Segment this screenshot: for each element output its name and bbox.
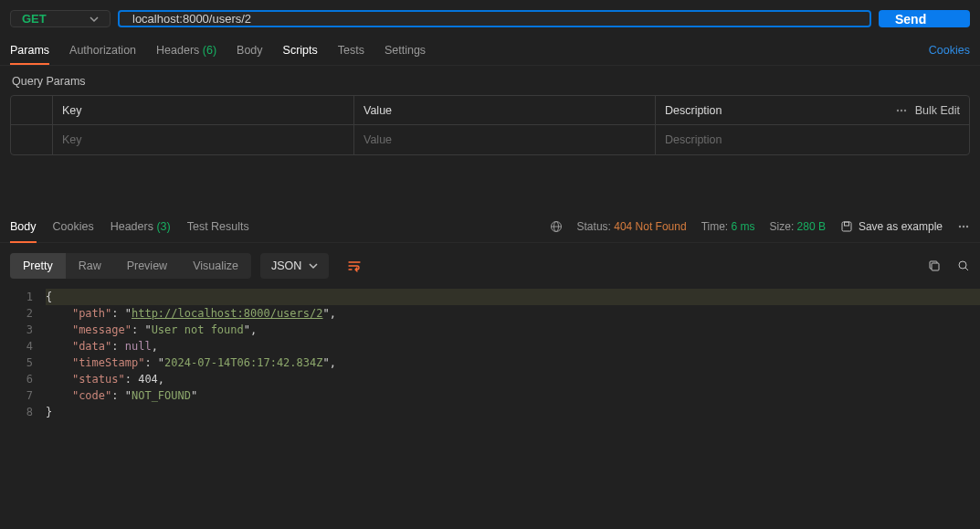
- line-content: "code": "NOT_FOUND": [46, 387, 980, 404]
- checkbox-header: [11, 96, 53, 124]
- params-input-row: Key Value Description: [11, 125, 969, 154]
- svg-point-2: [903, 109, 905, 111]
- response-tab-body[interactable]: Body: [10, 211, 37, 242]
- globe-icon[interactable]: [550, 220, 563, 233]
- line-number: 2: [0, 305, 46, 322]
- search-icon: [957, 259, 970, 272]
- svg-rect-7: [844, 222, 848, 226]
- line-content: "path": "http://localhost:8000/users/2",: [46, 305, 980, 322]
- cookies-link[interactable]: Cookies: [929, 44, 970, 57]
- value-header: Value: [354, 96, 656, 124]
- line-content: {: [46, 289, 980, 305]
- copy-icon: [928, 259, 941, 272]
- view-preview[interactable]: Preview: [114, 253, 180, 279]
- tab-tests[interactable]: Tests: [338, 37, 364, 64]
- line-number: 7: [0, 387, 46, 404]
- line-number: 5: [0, 354, 46, 371]
- line-number: 1: [0, 289, 46, 305]
- key-header: Key: [53, 96, 354, 124]
- params-table: Key Value Description Bulk Edit Key Valu…: [10, 95, 970, 155]
- bulk-edit-button[interactable]: Bulk Edit: [915, 104, 960, 117]
- code-line: 5 "timeStamp": "2024-07-14T06:17:42.834Z…: [0, 354, 980, 371]
- status-label: Status:: [577, 220, 611, 233]
- wrap-icon: [347, 259, 362, 273]
- value-input[interactable]: Value: [354, 125, 656, 154]
- line-content: "data": null,: [46, 338, 980, 354]
- row-checkbox[interactable]: [11, 125, 53, 154]
- key-input[interactable]: Key: [53, 125, 354, 154]
- url-input[interactable]: [132, 12, 857, 26]
- response-tab-headers[interactable]: Headers (3): [111, 211, 171, 242]
- code-line: 1{: [0, 289, 980, 305]
- save-as-example-button[interactable]: Save as example: [840, 220, 943, 233]
- size-label: Size:: [770, 220, 795, 233]
- send-label: Send: [895, 12, 926, 26]
- time-label: Time:: [701, 220, 729, 233]
- line-number: 8: [0, 404, 46, 420]
- description-input[interactable]: Description: [656, 125, 969, 154]
- svg-point-1: [900, 109, 901, 111]
- format-label: JSON: [271, 259, 301, 272]
- tab-headers-label: Headers: [156, 44, 199, 57]
- response-tab-test-results[interactable]: Test Results: [187, 211, 249, 242]
- send-button[interactable]: Send: [879, 10, 970, 27]
- line-content: }: [46, 404, 980, 420]
- more-icon[interactable]: [957, 220, 970, 233]
- chevron-down-icon: [309, 261, 318, 270]
- tab-scripts[interactable]: Scripts: [283, 37, 318, 64]
- save-example-label: Save as example: [859, 220, 943, 233]
- method-label: GET: [22, 12, 47, 26]
- svg-rect-11: [932, 263, 939, 270]
- url-input-wrap: [118, 10, 871, 27]
- time-value: 6 ms: [732, 220, 755, 233]
- tab-settings[interactable]: Settings: [385, 37, 426, 64]
- code-line: 3 "message": "User not found",: [0, 322, 980, 338]
- code-line: 2 "path": "http://localhost:8000/users/2…: [0, 305, 980, 322]
- line-content: "timeStamp": "2024-07-14T06:17:42.834Z",: [46, 354, 980, 371]
- size-value: 280 B: [797, 220, 826, 233]
- tab-headers[interactable]: Headers (6): [156, 37, 216, 64]
- more-icon[interactable]: [895, 104, 908, 117]
- svg-line-13: [965, 268, 968, 270]
- chevron-down-icon: [90, 15, 99, 24]
- params-header-row: Key Value Description Bulk Edit: [11, 96, 969, 125]
- code-line: 4 "data": null,: [0, 338, 980, 354]
- query-params-label: Query Params: [0, 66, 980, 95]
- svg-point-12: [959, 261, 966, 269]
- tab-params[interactable]: Params: [10, 37, 49, 64]
- method-select[interactable]: GET: [10, 10, 111, 27]
- svg-point-9: [963, 225, 964, 227]
- view-visualize[interactable]: Visualize: [180, 253, 251, 279]
- search-button[interactable]: [957, 259, 970, 272]
- code-line: 7 "code": "NOT_FOUND": [0, 387, 980, 404]
- view-raw[interactable]: Raw: [66, 253, 114, 279]
- line-content: "status": 404,: [46, 371, 980, 387]
- response-tab-headers-label: Headers: [111, 220, 153, 233]
- svg-point-0: [896, 109, 898, 111]
- line-number: 6: [0, 371, 46, 387]
- response-tab-headers-count: (3): [156, 220, 170, 233]
- status-value: 404 Not Found: [614, 220, 686, 233]
- response-tab-cookies[interactable]: Cookies: [53, 211, 94, 242]
- tab-headers-count: (6): [203, 44, 216, 57]
- line-number: 3: [0, 322, 46, 338]
- view-pretty[interactable]: Pretty: [10, 253, 66, 279]
- line-content: "message": "User not found",: [46, 322, 980, 338]
- line-wrap-button[interactable]: [338, 252, 371, 280]
- save-icon: [840, 220, 853, 233]
- response-body-code[interactable]: 1{2 "path": "http://localhost:8000/users…: [0, 289, 980, 420]
- line-number: 4: [0, 338, 46, 354]
- code-line: 6 "status": 404,: [0, 371, 980, 387]
- svg-point-8: [959, 225, 961, 227]
- copy-button[interactable]: [928, 259, 941, 272]
- svg-rect-6: [842, 222, 851, 231]
- svg-point-10: [966, 225, 968, 227]
- format-select[interactable]: JSON: [260, 253, 329, 279]
- tab-authorization[interactable]: Authorization: [69, 37, 136, 64]
- code-line: 8}: [0, 404, 980, 420]
- tab-body[interactable]: Body: [237, 37, 263, 64]
- description-header-label: Description: [665, 104, 722, 117]
- description-header: Description Bulk Edit: [656, 96, 969, 124]
